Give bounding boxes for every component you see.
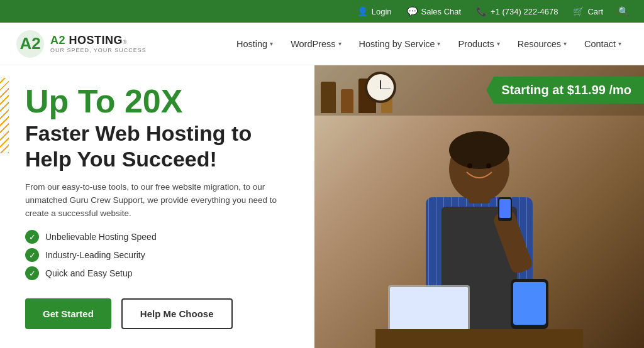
nav-label-contact: Contact (584, 39, 616, 49)
nav-link-products[interactable]: Products ▾ (450, 34, 507, 54)
nav-item-hosting-by-service[interactable]: Hosting by Service ▾ (352, 34, 448, 54)
sales-chat-label: Sales Chat (421, 7, 462, 16)
chevron-down-icon: ▾ (270, 40, 273, 47)
shelf-item-2 (341, 89, 353, 113)
hero-description: From our easy-to-use tools, to our free … (25, 181, 289, 220)
nav-bar: A2 A2 HOSTING® OUR SPEED, YOUR SUCCESS H… (0, 23, 644, 65)
chevron-down-icon: ▾ (338, 40, 341, 47)
sales-chat-link[interactable]: 💬 Sales Chat (407, 6, 462, 16)
hero-left: Up To 20X Faster Web Hosting to Help You… (0, 65, 314, 348)
logo-tagline: OUR SPEED, YOUR SUCCESS (50, 47, 147, 53)
hero-accent-decoration (0, 78, 9, 153)
price-banner: Starting at $11.99 /mo (486, 77, 644, 104)
nav-links: Hosting ▾ WordPress ▾ Hosting by Service… (229, 34, 629, 54)
nav-label-wordpress: WordPress (291, 39, 335, 49)
svg-point-9 (449, 131, 509, 169)
user-icon: 👤 (357, 6, 368, 16)
feature-label-setup: Quick and Easy Setup (45, 268, 133, 278)
feature-item-setup: ✓ Quick and Easy Setup (25, 266, 289, 280)
nav-label-resources: Resources (518, 39, 561, 49)
chevron-down-icon: ▾ (497, 40, 500, 47)
check-icon: ✓ (25, 266, 39, 280)
cafe-scene (314, 65, 644, 348)
hero-headline-black: Faster Web Hosting to Help You Succeed! (25, 121, 289, 172)
nav-label-products: Products (458, 39, 494, 49)
chat-icon: 💬 (407, 6, 418, 16)
nav-link-hosting-by-service[interactable]: Hosting by Service ▾ (352, 34, 448, 54)
phone-link[interactable]: 📞 +1 (734) 222-4678 (476, 6, 558, 16)
clock (365, 72, 396, 103)
search-icon: 🔍 (618, 6, 629, 16)
nav-link-resources[interactable]: Resources ▾ (510, 34, 574, 54)
nav-item-hosting[interactable]: Hosting ▾ (229, 34, 280, 54)
svg-rect-16 (390, 287, 468, 330)
nav-item-wordpress[interactable]: WordPress ▾ (283, 34, 348, 54)
hero-headline-green: Up To 20X (25, 84, 289, 119)
hero-section: Up To 20X Faster Web Hosting to Help You… (0, 65, 644, 348)
nav-link-hosting[interactable]: Hosting ▾ (229, 34, 280, 54)
logo-name: A2 HOSTING® (50, 34, 147, 47)
check-icon: ✓ (25, 230, 39, 244)
feature-list: ✓ Unbelievable Hosting Speed ✓ Industry-… (25, 230, 289, 285)
phone-number: +1 (734) 222-4678 (491, 7, 558, 16)
top-bar: 👤 Login 💬 Sales Chat 📞 +1 (734) 222-4678… (0, 0, 644, 23)
svg-rect-17 (375, 329, 583, 348)
nav-label-hosting-by-service: Hosting by Service (359, 39, 435, 49)
shelf-item-1 (321, 82, 336, 113)
search-link[interactable]: 🔍 (618, 6, 629, 16)
phone-icon: 📞 (476, 6, 487, 16)
clock-hand-minute (380, 89, 391, 89)
nav-item-contact[interactable]: Contact ▾ (577, 34, 629, 54)
hero-buttons: Get Started Help Me Choose (25, 298, 289, 329)
feature-label-security: Industry-Leading Security (45, 250, 145, 260)
price-text: Starting at $11.99 /mo (501, 83, 631, 97)
clock-hand-hour (380, 80, 381, 89)
hero-right: Starting at $11.99 /mo (314, 65, 644, 348)
chevron-down-icon: ▾ (618, 40, 621, 47)
cart-label: Cart (587, 7, 603, 16)
get-started-button[interactable]: Get Started (25, 298, 111, 329)
svg-point-10 (467, 163, 472, 168)
nav-link-wordpress[interactable]: WordPress ▾ (283, 34, 348, 54)
feature-label-speed: Unbelievable Hosting Speed (45, 232, 157, 242)
chevron-down-icon: ▾ (437, 40, 440, 47)
check-icon: ✓ (25, 248, 39, 262)
feature-item-speed: ✓ Unbelievable Hosting Speed (25, 230, 289, 244)
svg-rect-14 (499, 199, 511, 218)
chevron-down-icon: ▾ (564, 40, 567, 47)
logo[interactable]: A2 A2 HOSTING® OUR SPEED, YOUR SUCCESS (15, 29, 147, 59)
svg-rect-19 (513, 282, 546, 325)
svg-text:A2: A2 (19, 34, 40, 53)
nav-item-resources[interactable]: Resources ▾ (510, 34, 574, 54)
nav-link-contact[interactable]: Contact ▾ (577, 34, 629, 54)
feature-item-security: ✓ Industry-Leading Security (25, 248, 289, 262)
help-me-choose-button[interactable]: Help Me Choose (121, 298, 233, 329)
nav-item-products[interactable]: Products ▾ (450, 34, 507, 54)
logo-svg: A2 (15, 29, 45, 59)
cart-icon: 🛒 (573, 6, 584, 16)
login-link[interactable]: 👤 Login (357, 6, 392, 16)
nav-label-hosting: Hosting (236, 39, 267, 49)
login-label: Login (372, 7, 392, 16)
person-svg (375, 109, 583, 348)
cart-link[interactable]: 🛒 Cart (573, 6, 603, 16)
svg-point-11 (486, 163, 491, 168)
